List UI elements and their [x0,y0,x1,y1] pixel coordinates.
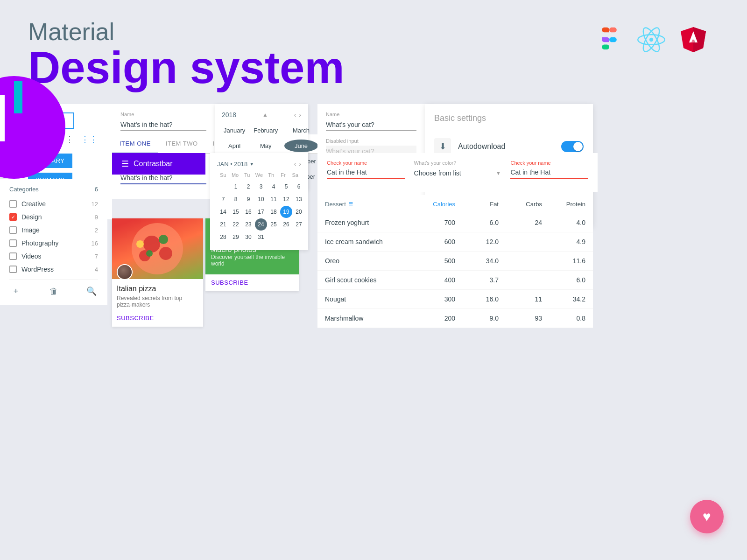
day-5[interactable]: 5 [280,181,292,193]
react-logo [635,23,668,56]
right-name-input-1[interactable] [326,119,416,131]
day-21[interactable]: 21 [217,218,229,231]
day-15[interactable]: 15 [230,206,242,218]
day-26[interactable]: 26 [280,218,292,231]
fat-oreo: 34.0 [455,257,499,265]
cal-prev-icon[interactable]: ‹ [294,111,296,119]
table-row-nougat: Nougat 300 16.0 11 34.2 [317,290,593,309]
error-label-right: Check your name [510,160,588,166]
day-th: Th [265,171,277,179]
dropdown-arrow-icon[interactable]: ▼ [496,170,501,176]
month-feb[interactable]: February [250,124,282,137]
pizza-subscribe-button[interactable]: SUBSCRIBE [117,315,154,322]
protein-oreo: 11.6 [542,257,585,265]
category-image[interactable]: Image 2 [9,224,98,237]
day-6[interactable]: 6 [293,181,305,193]
dessert-icecream: Ice cream sandwich [325,238,412,245]
day-4[interactable]: 4 [268,181,280,193]
error-input-left[interactable] [327,167,405,179]
day-11[interactable]: 11 [268,193,280,205]
design-checkbox[interactable]: ✓ [9,213,17,221]
cal-next-icon[interactable]: › [299,111,301,119]
align-justify-icon[interactable]: ⋮⋮ [81,134,98,145]
day-27[interactable]: 27 [293,218,305,231]
day-20[interactable]: 20 [293,206,305,218]
day-14[interactable]: 14 [217,206,229,218]
cal-large-next[interactable]: › [299,160,301,168]
day-25[interactable]: 25 [268,218,280,231]
dessert-yoghurt: Frozen yoghurt [325,219,412,226]
add-icon[interactable]: + [9,285,22,298]
category-videos[interactable]: Videos 7 [9,250,98,263]
svg-point-10 [159,247,172,260]
month-may[interactable]: May [250,140,282,152]
categories-count: 6 [95,186,98,193]
day-3[interactable]: 3 [255,181,267,193]
day-1[interactable]: 1 [230,181,242,193]
day-2[interactable]: 2 [242,181,254,193]
photography-label: Photography [21,239,58,247]
pizza-subtitle: Revealed secrets from top pizza-makers [117,295,198,308]
calendar-large-header: JAN • 2018 ▼ ‹ › [217,160,301,168]
search-icon[interactable]: 🔍 [85,285,98,298]
day-8[interactable]: 8 [230,193,242,205]
hamburger-icon[interactable]: ☰ [121,159,129,169]
creative-label: Creative [21,200,46,208]
dropdown-icon[interactable]: ▼ [249,161,254,167]
cal-girlscout: 400 [412,276,455,284]
videos-label: Videos [21,252,42,260]
day-24-selected[interactable]: 24 [255,218,267,231]
autodownload-toggle[interactable] [561,141,584,152]
creative-checkbox[interactable] [9,200,17,208]
videos-checkbox[interactable] [9,252,17,260]
day-fr: Fr [277,171,289,179]
year-expand-icon[interactable]: ▲ [262,112,268,118]
category-wordpress[interactable]: WordPress 4 [9,263,98,276]
day-18[interactable]: 18 [268,206,280,218]
day-10[interactable]: 10 [255,193,267,205]
day-12[interactable]: 12 [280,193,292,205]
image-checkbox[interactable] [9,226,17,234]
carbs-nougat: 11 [499,295,542,303]
month-jun[interactable]: June [284,140,318,152]
wordpress-checkbox[interactable] [9,266,17,273]
day-30[interactable]: 30 [242,231,254,243]
day-22[interactable]: 22 [230,218,242,231]
month-jan[interactable]: January [222,124,247,137]
category-design[interactable]: ✓ Design 9 [9,210,98,224]
day-17[interactable]: 17 [255,206,267,218]
pizza-card-body: Italian pizza Revealed secrets from top … [112,279,203,311]
day-16[interactable]: 16 [242,206,254,218]
photography-checkbox[interactable] [9,239,17,247]
color-dropdown[interactable]: ▼ [414,168,501,179]
photography-count: 16 [92,240,98,247]
tab-item-two[interactable]: ITEM TWO [158,134,205,153]
day-7[interactable]: 7 [217,193,229,205]
day-9[interactable]: 9 [242,193,254,205]
day-29[interactable]: 29 [230,231,242,243]
error-inputs-row: Check your name What's your color? ▼ Che… [317,153,598,192]
table-row-oreo: Oreo 500 34.0 11.6 [317,252,593,271]
filter-icon[interactable]: ≡ [349,200,353,208]
day-31[interactable]: 31 [255,231,267,243]
month-mar[interactable]: March [284,124,318,137]
day-empty-1 [217,181,229,193]
cal-large-prev[interactable]: ‹ [294,160,296,168]
svg-point-12 [159,235,168,244]
error-input-right[interactable] [510,167,588,179]
category-creative[interactable]: Creative 12 [9,197,98,210]
dropdown-input[interactable] [414,169,496,177]
fab-heart-button[interactable]: ♥ [690,500,724,533]
tab-item-one[interactable]: ITEM ONE [112,134,158,154]
dessert-marshmallow: Marshmallow [325,315,412,322]
macro-subscribe-button[interactable]: SUBSCRIBE [211,279,248,286]
name-input-1[interactable] [120,119,206,131]
day-23[interactable]: 23 [242,218,254,231]
day-19-today[interactable]: 19 [280,206,292,218]
category-photography[interactable]: Photography 16 [9,237,98,250]
month-apr[interactable]: April [222,140,247,152]
day-28[interactable]: 28 [217,231,229,243]
delete-icon[interactable]: 🗑 [47,285,60,298]
protein-yoghurt: 4.0 [542,219,585,226]
day-13[interactable]: 13 [293,193,305,205]
